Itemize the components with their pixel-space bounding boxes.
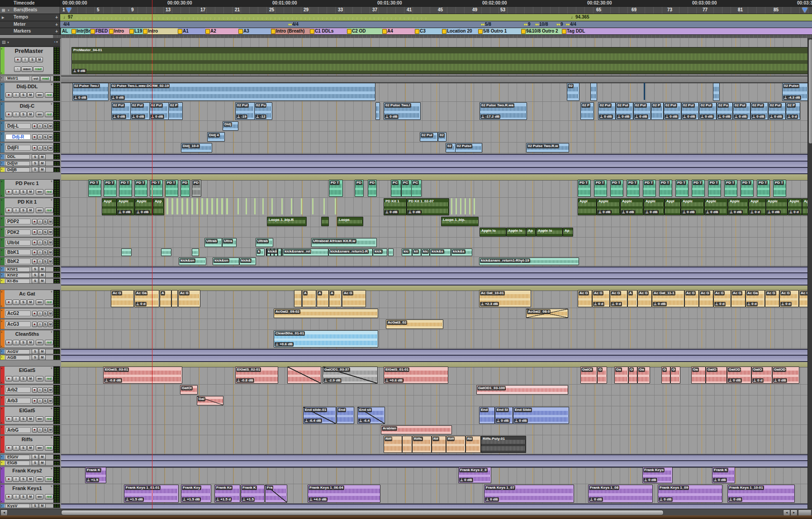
marker-label[interactable]: 5/8 Outro 1: [483, 29, 507, 33]
clip[interactable]: Ultrabeat African Kit.R.w: [311, 238, 377, 247]
track-options-icon[interactable]: ▼: [50, 467, 53, 470]
clip[interactable]: kick&: [239, 257, 256, 265]
solo-button[interactable]: S: [43, 259, 48, 264]
clip[interactable]: End sli⊥ -6.4: [357, 407, 385, 424]
waveform-view-button[interactable]: wv: [36, 208, 43, 213]
clip[interactable]: 02 Pu⊥ 0 dB: [717, 102, 733, 120]
track-color-strip[interactable]: ▾: [0, 238, 5, 247]
clip[interactable]: Clean5ths_01-01⊥ +0.6 dB: [274, 330, 378, 348]
track-color-strip[interactable]: ▾: [0, 121, 5, 131]
record-enable-button[interactable]: ●: [32, 259, 37, 264]
track-header-bbk1[interactable]: ▾BbK1●ISM: [0, 248, 60, 257]
meter-ruler[interactable]: Meter + 4/4▾▾4/4▾▾5/8▾▾9▾▾10/8▾▾9▾▾4/4: [0, 21, 812, 28]
clip[interactable]: Appl: [665, 198, 681, 215]
marker-label[interactable]: Location 20: [447, 29, 472, 33]
volume-button[interactable]: vol: [32, 76, 40, 81]
solo-button[interactable]: S: [32, 273, 38, 277]
clip[interactable]: [246, 198, 247, 214]
input-monitor-button[interactable]: I: [13, 494, 19, 500]
track-name[interactable]: ElGatS: [5, 367, 49, 373]
clip[interactable]: Loops 1_bip.R: [267, 217, 307, 226]
mute-button[interactable]: M: [27, 92, 34, 98]
mute-button[interactable]: M: [27, 112, 34, 117]
clip[interactable]: 02 Pul⊥ 0 dB: [111, 102, 131, 120]
input-monitor-button[interactable]: I: [13, 189, 19, 195]
clip[interactable]: [171, 290, 178, 307]
track-header-clean5ths[interactable]: ▾▸Clean5ths▼●ISMwvred: [0, 330, 60, 348]
track-name[interactable]: DdjVr: [5, 161, 30, 166]
track-name[interactable]: Ac Gat: [5, 290, 49, 297]
track-play-icon[interactable]: ▸: [1, 480, 2, 483]
clip[interactable]: Ac Ga⊥ 0 d: [134, 290, 159, 307]
clip[interactable]: [237, 198, 239, 214]
clip[interactable]: 02 P: [651, 102, 664, 120]
clip[interactable]: PD T: [165, 180, 178, 197]
horizontal-scroll-thumb[interactable]: [61, 510, 664, 515]
clip[interactable]: PD T: [659, 180, 672, 197]
mute-button[interactable]: M: [48, 124, 53, 129]
clip[interactable]: kick&snare_return1-R: [328, 248, 373, 256]
track-header-ddjb[interactable]: ▾DdjBSM: [0, 167, 60, 172]
solo-button[interactable]: S: [43, 229, 48, 235]
clip[interactable]: AcGat2_09-02: [274, 309, 378, 318]
input-monitor-button[interactable]: I: [38, 124, 43, 129]
timeline-row-pdp2[interactable]: Loops 1_bip.RLoopsLoops 1_bip.: [61, 216, 807, 227]
solo-button[interactable]: S: [32, 504, 38, 508]
track-color-strip[interactable]: ▾: [0, 273, 5, 277]
record-enable-button[interactable]: ●: [32, 322, 37, 327]
clip[interactable]: Apple lo: [480, 228, 506, 237]
track-name[interactable]: Didj-DDL: [5, 83, 49, 90]
timeline-row-bbk2[interactable]: kick&snkick&snkick&kick&snare_return1-Rh…: [61, 257, 807, 266]
mute-button[interactable]: M: [36, 57, 43, 62]
track-toggle-icon[interactable]: ▾: [1, 425, 2, 429]
clip[interactable]: Ac G: [111, 290, 134, 307]
track-toggle-icon[interactable]: ▾: [1, 248, 2, 252]
solo-button[interactable]: S: [20, 445, 27, 451]
track-color-strip[interactable]: ▾: [0, 309, 5, 318]
clip[interactable]: Ga: [691, 367, 706, 384]
clip[interactable]: PD T: [134, 180, 147, 197]
clip[interactable]: Ac G⊥ 0 d: [713, 290, 731, 307]
solo-button[interactable]: S: [43, 240, 48, 245]
clip[interactable]: GatO: [706, 367, 727, 384]
marker-flag-icon[interactable]: [129, 29, 134, 34]
timeline-selection-marker[interactable]: [802, 8, 807, 13]
automation-mode-button[interactable]: red: [45, 208, 53, 213]
track-header-pd-perc-1[interactable]: ▾▸PD Perc 1▼●ISMwvred: [0, 179, 60, 197]
timeline-row-arb3[interactable]: Gal: [61, 395, 807, 406]
timeline-row-frank-keys1[interactable]: Frank Keys 1_01-01⊥ +1.5 dBFrank Key⊥ +1…: [61, 484, 807, 504]
track-header-acg2[interactable]: ▾AcG2●ISM: [0, 308, 60, 319]
clip[interactable]: Frank Keys 1_06-04⊥ +4.0 dB: [308, 485, 380, 503]
timeline-row-pdk2[interactable]: Apple loApple loApApple loAp: [61, 227, 807, 238]
clip[interactable]: Apple⊥ 0 dB: [681, 198, 704, 215]
track-color-strip[interactable]: ▾: [0, 504, 5, 508]
track-name[interactable]: Ddj-R: [5, 134, 31, 140]
clip[interactable]: Gal: [197, 396, 223, 405]
timeline-row-ultrbt[interactable]: UltrabUltraUltrabUltrabeat African Kit.R…: [61, 238, 807, 248]
clip[interactable]: Ac Gat_10-01⊥ +2.3 dB: [479, 290, 531, 307]
clip[interactable]: PD Kit 1_02-07⊥ 0 dB: [407, 198, 449, 215]
clip[interactable]: Riffs: [412, 436, 432, 453]
solo-button[interactable]: S: [43, 219, 48, 224]
track-name[interactable]: Didj-C: [5, 103, 49, 109]
clip[interactable]: Ac Gat_11-1⊥ 0 dB: [652, 290, 684, 307]
track-toggle-icon[interactable]: ▾: [1, 273, 2, 276]
clip[interactable]: 02 Pul⊥ 0 dB: [733, 102, 750, 120]
clip[interactable]: Apple⊥ 0 dB: [728, 198, 749, 215]
record-enable-button[interactable]: ●: [32, 219, 37, 224]
timeline[interactable]: PreMaster_04-01⊥ 0 dB02 Pulse Two.l⊥ 0 d…: [61, 38, 807, 515]
clip[interactable]: [590, 83, 597, 101]
marker-flag-icon[interactable]: [521, 29, 526, 34]
marker-label[interactable]: AL: [62, 29, 68, 33]
solo-button[interactable]: S: [43, 134, 48, 140]
timeline-row-pd-kit-1[interactable]: ApplApple⊥ 0 dBApple⊥ 0 dBAppPD Kit 1⊥ 0…: [61, 198, 807, 216]
clip[interactable]: GatOD1_03-100: [476, 385, 568, 395]
solo-button[interactable]: S: [32, 455, 38, 459]
clip[interactable]: Ac G: [637, 290, 652, 307]
solo-button[interactable]: S: [32, 167, 38, 172]
solo-button[interactable]: S: [43, 145, 48, 151]
track-options-icon[interactable]: ▼: [50, 407, 53, 410]
clip[interactable]: [474, 198, 475, 214]
clip[interactable]: Ap: [563, 228, 573, 237]
track-name[interactable]: BbK2: [5, 258, 31, 264]
